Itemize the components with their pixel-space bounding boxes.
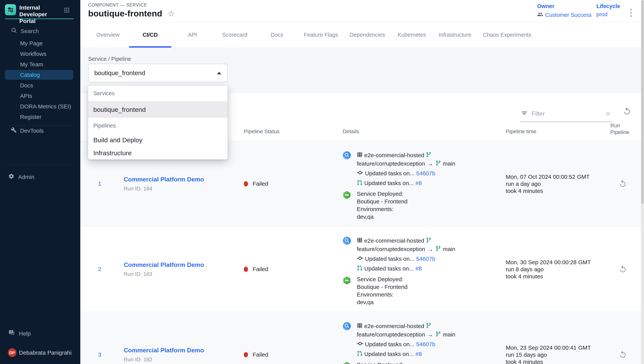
wrench-icon	[11, 127, 17, 134]
details-cell: e2e-commercial-hosted feature/corruptede…	[343, 322, 455, 364]
run-pipeline-button[interactable]	[618, 180, 627, 188]
git-branch-icon	[426, 152, 432, 159]
sidebar-item-dora-metrics[interactable]: DORA Metrics (SEI)	[0, 101, 80, 112]
scrollbar-thumb[interactable]	[641, 0, 644, 204]
portal-logo-icon	[5, 4, 16, 15]
pipeline-name-link[interactable]: Commercial Platform Demo	[124, 176, 204, 183]
sidebar-item-my-page[interactable]: My Page	[0, 38, 80, 48]
git-commit-icon	[357, 340, 363, 348]
sidebar-item-search[interactable]: Search	[11, 27, 39, 35]
favorite-star-icon[interactable]	[168, 10, 175, 18]
sidebar-item-catalog[interactable]: Catalog	[5, 70, 73, 80]
pr-message: Updated tasks on...	[364, 265, 414, 272]
repo-name: e2e-commercial-hosted	[364, 152, 424, 158]
time-ran: run a day ago	[506, 180, 590, 187]
sidebar-item-help[interactable]: ? Help	[8, 329, 31, 338]
user-menu[interactable]: DP Debabrata Panigrahi	[8, 348, 72, 357]
time-date: Mon, 23 Sep 2024 00:00:41 GMT	[506, 344, 591, 351]
cd-stage-icon	[343, 362, 351, 364]
tab-dependencies[interactable]: Dependencies	[344, 22, 391, 48]
lifecycle-block: Lifecycle prod	[596, 3, 620, 18]
ci-stage-icon	[343, 236, 351, 273]
dropdown-group-services: Services	[88, 86, 228, 101]
table-row: 2 Commercial Platform Demo Run ID: 183 F…	[80, 226, 641, 312]
sidebar-item-admin[interactable]: Admin	[8, 172, 34, 182]
target-branch: main	[443, 160, 455, 167]
tab-chaos-experiments[interactable]: Chaos Experiments	[477, 22, 537, 48]
arrow-right-icon: →	[427, 160, 433, 167]
time-ran: run 15 days ago	[506, 351, 591, 358]
run-id: Run ID: 184	[124, 186, 204, 192]
deployed-label: Service Deployed:	[357, 361, 408, 364]
tab-api[interactable]: API	[171, 22, 214, 48]
tab-infrastructure[interactable]: Infrastructure	[433, 22, 477, 48]
app-switcher-icon[interactable]	[64, 7, 70, 14]
sidebar-item-my-team[interactable]: My Team	[0, 59, 80, 70]
pr-number-link[interactable]: #8	[416, 180, 422, 186]
page-title: boutique-frontend	[88, 8, 162, 18]
sidebar-item-devtools[interactable]: DevTools	[0, 126, 80, 136]
sidebar-item-docs[interactable]: Docs	[0, 80, 80, 90]
lifecycle-value: prod	[596, 11, 608, 18]
git-commit-icon	[357, 170, 363, 178]
pr-message: Updated tasks on...	[364, 180, 414, 186]
service-pipeline-select[interactable]: boutique_frontend	[88, 64, 228, 82]
sidebar-divider	[5, 165, 74, 165]
pipeline-name-link[interactable]: Commercial Platform Demo	[124, 347, 204, 354]
page-scrollbar[interactable]	[641, 0, 644, 364]
column-run-pipeline: Run Pipeline	[610, 122, 635, 136]
commit-sha-link[interactable]: 54607b	[416, 341, 436, 348]
row-index: 2	[98, 226, 101, 312]
ci-stage-icon	[343, 151, 351, 187]
time-date: Mon, 30 Sep 2024 00:00:28 GMT	[506, 259, 591, 266]
source-branch: feature/corruptedexception	[357, 246, 425, 252]
repository-icon	[357, 237, 362, 244]
repo-name: e2e-commercial-hosted	[364, 238, 424, 244]
sidebar-item-register[interactable]: Register	[0, 112, 80, 122]
time-took: took 4 minutes	[506, 273, 591, 280]
caret-up-icon	[217, 72, 222, 74]
run-pipeline-button[interactable]	[618, 265, 627, 274]
source-branch: feature/corruptedexception	[357, 331, 425, 338]
svg-text:?: ?	[10, 330, 12, 333]
dropdown-option-build-and-deploy[interactable]: Build and Deploy	[88, 134, 228, 146]
sidebar-nav: My Page Workflows My Team Catalog Docs A…	[0, 38, 80, 136]
pr-number-link[interactable]: #8	[416, 351, 422, 357]
ci-stage-icon	[343, 322, 351, 358]
status-label: Failed	[252, 352, 268, 358]
commit-sha-link[interactable]: 54607b	[416, 170, 436, 177]
dropdown-option-infrastructure[interactable]: Infrastructure	[88, 146, 228, 160]
pull-request-icon	[357, 265, 362, 272]
tab-cicd[interactable]: CI/CD	[129, 22, 171, 48]
lifecycle-label: Lifecycle	[596, 3, 620, 9]
pipeline-name-link[interactable]: Commercial Platform Demo	[124, 261, 204, 268]
pull-request-icon	[357, 350, 362, 358]
sidebar-item-label: Search	[21, 28, 39, 34]
tab-overview[interactable]: Overview	[87, 22, 129, 48]
tab-kubernetes[interactable]: Kubernetes	[391, 22, 433, 48]
owner-link[interactable]: Customer Success	[545, 12, 592, 18]
environments-label: Environments:	[357, 205, 408, 213]
git-branch-icon	[436, 246, 441, 253]
deployed-service: Boutique - Frontend	[357, 198, 408, 205]
dropdown-group-pipelines: Pipelines	[88, 118, 228, 134]
target-branch: main	[443, 246, 455, 252]
more-options-icon[interactable]	[630, 8, 632, 18]
commit-message: Updated tasks on...	[365, 170, 414, 177]
repo-name: e2e-commercial-hosted	[364, 323, 424, 330]
dropdown-option-boutique-frontend[interactable]: boutique_frontend	[88, 101, 228, 118]
gear-icon	[8, 173, 14, 181]
sidebar-item-workflows[interactable]: Workflows	[0, 48, 80, 59]
service-pipeline-dropdown: Services boutique_frontend Pipelines Bui…	[88, 86, 228, 160]
pr-number-link[interactable]: #8	[416, 265, 422, 272]
arrow-right-icon: →	[427, 331, 433, 338]
sidebar-item-apis[interactable]: APIs	[0, 90, 80, 101]
tab-scorecard[interactable]: Scorecard	[214, 22, 256, 48]
run-pipeline-button[interactable]	[618, 350, 627, 359]
commit-sha-link[interactable]: 54607b	[416, 256, 436, 262]
deployed-service: Boutique - Frontend	[357, 283, 408, 291]
tab-docs[interactable]: Docs	[256, 22, 298, 48]
tab-feature-flags[interactable]: Feature Flags	[298, 22, 344, 48]
status-label: Failed	[252, 180, 268, 187]
search-icon	[11, 27, 17, 35]
